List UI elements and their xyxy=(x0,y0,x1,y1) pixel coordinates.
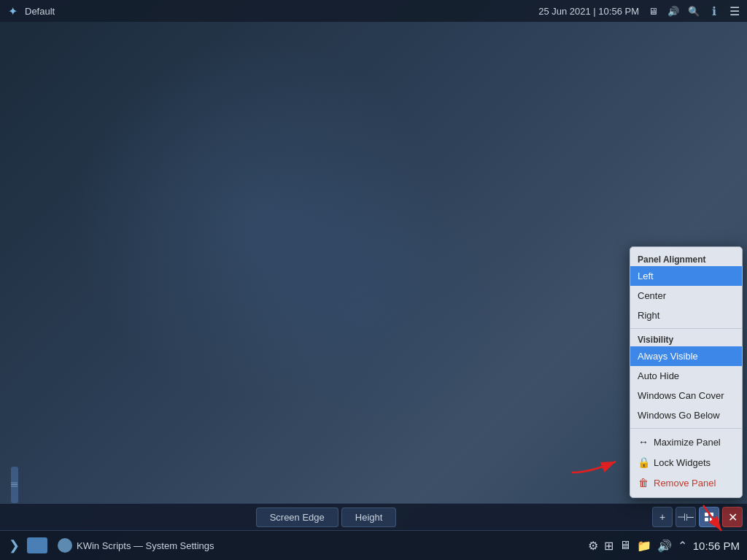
visibility-windows-can-cover[interactable]: Windows Can Cover xyxy=(630,386,742,405)
arrow-remove-panel xyxy=(568,447,627,476)
info-icon[interactable]: ℹ xyxy=(708,4,721,18)
alignment-right[interactable]: Right xyxy=(630,306,742,325)
panel-toolbar-center: Screen Edge Height xyxy=(256,508,397,527)
action-maximize-panel-label: Maximize Panel xyxy=(654,437,721,448)
bottom-bar: ❯ KWin Scripts — System Settings ⚙ ⊞ 🖥 📁… xyxy=(0,531,747,560)
volume-tray-icon[interactable]: 🔊 xyxy=(657,539,672,553)
start-button[interactable]: ❯ xyxy=(6,537,23,553)
visibility-label: Visibility xyxy=(630,332,742,346)
top-panel: ✦ Default 25 Jun 2021 | 10:56 PM 🖥 🔊 🔍 ℹ… xyxy=(0,0,747,22)
action-lock-widgets-label: Lock Widgets xyxy=(654,457,711,468)
app-label: KWin Scripts — System Settings xyxy=(77,540,214,551)
monitor-tray-icon[interactable]: 🖥 xyxy=(619,539,631,552)
spacer-button[interactable]: ⊣⊢ xyxy=(676,507,696,527)
trash-icon: 🗑 xyxy=(638,477,649,489)
add-widget-button[interactable]: + xyxy=(652,507,673,527)
search-icon[interactable]: 🔍 xyxy=(687,4,700,18)
datetime: 25 Jun 2021 | 10:56 PM xyxy=(538,6,639,17)
top-panel-right: 25 Jun 2021 | 10:56 PM 🖥 🔊 🔍 ℹ ☰ xyxy=(538,4,741,18)
desktop: ✦ Default 25 Jun 2021 | 10:56 PM 🖥 🔊 🔍 ℹ… xyxy=(0,0,747,560)
visibility-auto-hide-label: Auto Hide xyxy=(638,370,679,381)
panel-toolbar: Screen Edge Height + ⊣⊢ ✕ xyxy=(0,503,747,531)
action-remove-panel[interactable]: 🗑 Remove Panel xyxy=(630,472,742,493)
folder-tray-icon[interactable]: 📁 xyxy=(637,539,651,553)
volume-icon[interactable]: 🔊 xyxy=(667,4,680,18)
visibility-auto-hide[interactable]: Auto Hide xyxy=(630,366,742,386)
screen-edge-button[interactable]: Screen Edge xyxy=(256,508,338,527)
top-panel-left: ✦ Default xyxy=(6,4,55,18)
visibility-always-visible[interactable]: Always Visible xyxy=(630,346,742,366)
chevron-tray-icon[interactable]: ⌃ xyxy=(678,539,687,553)
gear-tray-icon[interactable]: ⚙ xyxy=(588,539,598,553)
visibility-windows-go-below-label: Windows Go Below xyxy=(638,410,720,421)
height-button[interactable]: Height xyxy=(341,508,397,527)
menu-icon[interactable]: ☰ xyxy=(728,4,741,18)
action-lock-widgets[interactable]: 🔒 Lock Widgets xyxy=(630,452,742,472)
clock: 10:56 PM xyxy=(693,540,740,552)
grid-tray-icon[interactable]: ⊞ xyxy=(604,539,614,553)
menu-divider-1 xyxy=(630,328,742,329)
kwin-settings-app[interactable]: KWin Scripts — System Settings xyxy=(52,535,220,556)
alignment-center-label: Center xyxy=(638,290,666,301)
visibility-always-visible-label: Always Visible xyxy=(638,351,698,362)
action-maximize-panel[interactable]: ↔ Maximize Panel xyxy=(630,432,742,452)
visibility-windows-go-below[interactable]: Windows Go Below xyxy=(630,405,742,425)
app-title: Default xyxy=(25,6,55,17)
bottom-bar-right: ⚙ ⊞ 🖥 📁 🔊 ⌃ 10:56 PM xyxy=(581,539,747,553)
app-icon xyxy=(27,537,47,553)
alignment-center[interactable]: Center xyxy=(630,286,742,306)
alignment-left[interactable]: Left xyxy=(630,266,742,286)
panel-alignment-label: Panel Alignment xyxy=(630,252,742,266)
screen-icon[interactable]: 🖥 xyxy=(646,4,659,18)
panel-edge-indicator: ||| xyxy=(11,467,18,503)
lock-icon: 🔒 xyxy=(638,456,649,468)
bottom-bar-left: ❯ KWin Scripts — System Settings xyxy=(0,535,226,556)
settings-app-icon xyxy=(58,538,72,553)
popup-menu: Panel Alignment Left Center Right Visibi… xyxy=(630,246,743,498)
visibility-windows-can-cover-label: Windows Can Cover xyxy=(638,390,724,401)
action-remove-panel-label: Remove Panel xyxy=(654,478,716,489)
alignment-right-label: Right xyxy=(638,310,659,321)
kde-logo-icon[interactable]: ✦ xyxy=(6,4,19,18)
arrow-settings-icon xyxy=(696,502,732,538)
maximize-panel-icon: ↔ xyxy=(638,436,649,448)
menu-divider-2 xyxy=(630,428,742,429)
alignment-left-label: Left xyxy=(638,271,654,281)
